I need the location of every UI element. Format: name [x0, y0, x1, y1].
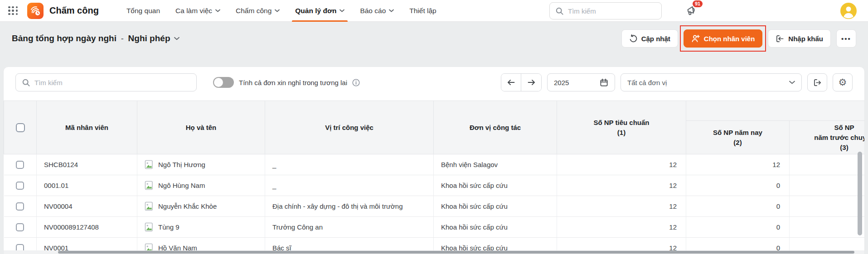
- page-body: Bảng tổng hợp ngày nghỉ - Nghỉ phép Cập …: [0, 22, 868, 254]
- employee-name-cell: Ngô Hùng Nam: [137, 175, 265, 196]
- nav-item-cham-cong[interactable]: Chấm công: [228, 0, 287, 22]
- avatar[interactable]: [840, 3, 857, 19]
- carry-over-leave-cell: [790, 238, 865, 250]
- search-icon: [556, 7, 563, 15]
- search-icon: [22, 79, 30, 86]
- column-header-position: Vị trí công việc: [265, 101, 434, 154]
- unit-cell: Khoa hồi sức cấp cứu: [434, 175, 557, 196]
- position-cell: _: [265, 175, 434, 196]
- employee-code-cell: NV0001: [37, 238, 137, 250]
- future-leave-toggle-label: Tính cả đơn xin nghỉ trong tương lai: [239, 79, 347, 86]
- settings-button[interactable]: ⚙: [833, 73, 853, 91]
- next-year-button[interactable]: [521, 74, 541, 91]
- carry-over-leave-cell: [790, 175, 865, 196]
- calendar-icon: [600, 78, 608, 87]
- more-options-button[interactable]: •••: [836, 29, 856, 48]
- unit-cell: Bệnh viện Salagov: [434, 154, 557, 175]
- update-button[interactable]: Cập nhật: [621, 29, 678, 48]
- title-separator: -: [121, 34, 124, 43]
- nav-item-tong-quan[interactable]: Tổng quan: [119, 0, 168, 22]
- search-placeholder: Tìm kiếm: [34, 79, 63, 86]
- horizontal-scrollbar-track: [4, 250, 864, 254]
- row-checkbox[interactable]: [16, 244, 24, 250]
- horizontal-scrollbar-thumb[interactable]: [58, 251, 854, 254]
- row-checkbox[interactable]: [16, 223, 24, 231]
- table-row: 0001.01Ngô Hùng Nam_Khoa hồi sức cấp cứu…: [4, 175, 865, 196]
- import-button[interactable]: Nhập khẩu: [768, 29, 831, 48]
- row-select-cell: [4, 196, 37, 217]
- row-checkbox[interactable]: [16, 202, 24, 211]
- column-header-carry-over: Số NP năm trước chuyển (3): [790, 121, 865, 154]
- column-group-header: [686, 101, 865, 121]
- employee-name: Ngô Thị Hương: [158, 161, 205, 168]
- unit-cell: Khoa hồi sức cấp cứu: [434, 217, 557, 238]
- employee-name-cell: Hồ Văn Nam: [137, 238, 265, 250]
- column-header-standard: Số NP tiêu chuẩn (1): [557, 101, 686, 154]
- broken-image-icon: [145, 181, 154, 191]
- person-add-icon: [691, 34, 700, 43]
- row-select-cell: [4, 175, 37, 196]
- nav-item-thiet-lap[interactable]: Thiết lập: [402, 0, 444, 22]
- row-checkbox[interactable]: [16, 182, 24, 190]
- more-dots-icon: •••: [841, 35, 851, 43]
- vertical-scrollbar-thumb[interactable]: [858, 152, 862, 235]
- position-cell: Trưởng Công an: [265, 217, 434, 238]
- leave-type-selector[interactable]: Nghỉ phép: [128, 34, 179, 43]
- select-all-checkbox[interactable]: [16, 123, 25, 132]
- global-search-input[interactable]: Tìm kiếm: [549, 2, 662, 19]
- refresh-icon: [629, 34, 637, 43]
- year-picker[interactable]: 2025: [547, 73, 615, 91]
- choose-employee-button[interactable]: Chọn nhân viên: [684, 29, 763, 48]
- page-title: Bảng tổng hợp ngày nghỉ: [12, 34, 116, 43]
- unit-cell: Khoa hồi sức cấp cứu: [434, 238, 557, 250]
- employee-name: Hồ Văn Nam: [158, 244, 197, 250]
- row-checkbox[interactable]: [16, 161, 24, 169]
- nav-item-ca-lam-viec[interactable]: Ca làm việc: [168, 0, 228, 22]
- arrow-left-icon: [507, 79, 515, 86]
- app-logo-icon: [27, 3, 44, 19]
- carry-over-leave-cell: [790, 154, 865, 175]
- arrow-right-icon: [528, 79, 535, 86]
- employee-name: Nguyễn Khắc Khỏe: [158, 202, 217, 210]
- page-header: Bảng tổng hợp ngày nghỉ - Nghỉ phép Cập …: [0, 22, 868, 55]
- current-year-leave-cell: 0: [686, 196, 790, 217]
- unit-filter-select[interactable]: Tất cả đơn vị: [621, 73, 802, 91]
- carry-over-leave-cell: [790, 217, 865, 238]
- standard-leave-cell: 12: [557, 175, 686, 196]
- broken-image-icon: [145, 201, 154, 211]
- leave-table-container: Mã nhân viên Họ và tên Vị trí công việc …: [4, 101, 864, 250]
- nav-item-quan-ly-don[interactable]: Quản lý đơn: [287, 0, 352, 22]
- search-placeholder: Tìm kiếm: [568, 7, 596, 15]
- import-icon: [776, 34, 784, 43]
- previous-year-button[interactable]: [501, 74, 521, 91]
- employee-name-cell: Tùng 9: [137, 217, 265, 238]
- export-icon: [813, 78, 822, 87]
- info-icon[interactable]: [352, 79, 360, 86]
- position-cell: Địa chính - xây dựng - đô thị và môi trư…: [265, 196, 434, 217]
- broken-image-icon: [145, 243, 154, 250]
- column-header-code: Mã nhân viên: [37, 101, 137, 154]
- app-launcher-icon[interactable]: [8, 6, 18, 15]
- chevron-down-icon: [275, 9, 280, 12]
- choose-employee-annotation: Chọn nhân viên: [684, 29, 763, 48]
- table-toolbar: Tìm kiếm Tính cả đơn xin nghỉ trong tươn…: [4, 67, 864, 98]
- table-row: NV000089127408Tùng 9Trưởng Công anKhoa h…: [4, 217, 865, 238]
- column-header-name: Họ và tên: [137, 101, 265, 154]
- select-all-header: [4, 101, 37, 154]
- current-year-leave-cell: 12: [686, 154, 790, 175]
- gear-icon: ⚙: [839, 78, 847, 87]
- table-search-input[interactable]: Tìm kiếm: [15, 73, 197, 91]
- chevron-down-icon: [174, 37, 179, 40]
- table-row: NV00004Nguyễn Khắc KhỏeĐịa chính - xây d…: [4, 196, 865, 217]
- announcement-button[interactable]: 91: [685, 4, 699, 18]
- chevron-down-icon: [215, 9, 220, 12]
- content-card: Tìm kiếm Tính cả đơn xin nghỉ trong tươn…: [4, 67, 864, 254]
- row-select-cell: [4, 238, 37, 250]
- current-year-leave-cell: 0: [686, 238, 790, 250]
- table-body: SHCB0124Ngô Thị Hương_Bệnh viện Salagov1…: [4, 154, 865, 250]
- main-nav: Tổng quan Ca làm việc Chấm công Quản lý …: [119, 0, 444, 22]
- nav-item-bao-cao[interactable]: Báo cáo: [352, 0, 402, 22]
- export-button[interactable]: [807, 73, 827, 91]
- future-leave-toggle[interactable]: [213, 77, 234, 88]
- broken-image-icon: [145, 160, 154, 170]
